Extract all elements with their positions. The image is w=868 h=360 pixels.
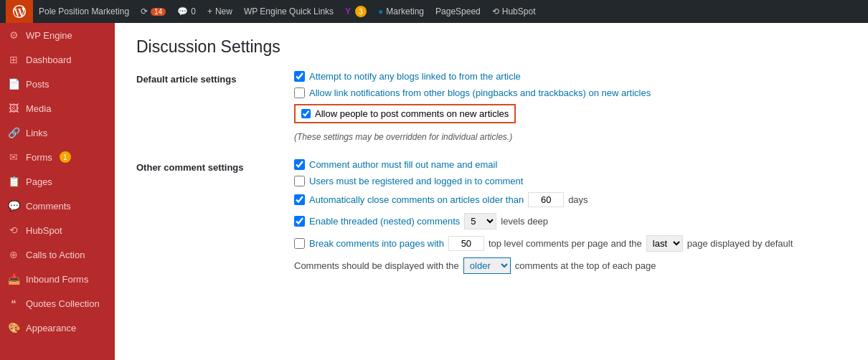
display-order-row: Comments should be displayed with the ol… (294, 257, 846, 274)
checkbox-registered: Users must be registered and logged in t… (294, 176, 846, 186)
page-default-label: page displayed by default (687, 238, 793, 249)
levels-deep-label: levels deep (501, 216, 548, 227)
days-label: days (568, 194, 588, 205)
dashboard-icon: ⊞ (7, 53, 20, 66)
site-name[interactable]: Pole Position Marketing (33, 0, 135, 23)
wordpress-logo[interactable] (6, 0, 33, 23)
main-content: Discussion Settings Default article sett… (115, 23, 868, 360)
checkbox-notify-blogs: Attempt to notify any blogs linked to fr… (294, 71, 846, 82)
sidebar: ⚙ WP Engine ⊞ Dashboard 📄 Posts 🖼 Media … (0, 23, 115, 360)
sidebar-item-posts[interactable]: 📄 Posts (0, 72, 115, 96)
sidebar-item-forms[interactable]: ✉ Forms 1 (0, 145, 115, 169)
sidebar-item-media[interactable]: 🖼 Media (0, 96, 115, 120)
other-comment-section: Other comment settings Comment author mu… (136, 159, 846, 280)
yoast-button[interactable]: Y 3 (339, 0, 372, 23)
sidebar-item-appearance[interactable]: 🎨 Appearance (0, 316, 115, 340)
forms-icon: ✉ (7, 151, 20, 164)
checkbox-allow-comments-row: Allow people to post comments on new art… (294, 104, 516, 123)
comments-button[interactable]: 💬 0 (171, 0, 202, 23)
checkbox-pingbacks-input[interactable] (294, 87, 305, 98)
checkbox-auto-close-label[interactable]: Automatically close comments on articles… (309, 194, 524, 205)
marketing-button[interactable]: ● Marketing (372, 0, 430, 23)
checkbox-pingbacks: Allow link notifications from other blog… (294, 87, 846, 98)
checkbox-author-name-input[interactable] (294, 159, 305, 170)
admin-bar: Pole Position Marketing ⟳ 14 💬 0 + New W… (0, 0, 868, 23)
override-note: (These settings may be overridden for in… (294, 132, 846, 142)
wp-engine-icon: ⚙ (7, 29, 20, 42)
other-comment-label: Other comment settings (136, 159, 280, 280)
sidebar-item-dashboard[interactable]: ⊞ Dashboard (0, 47, 115, 72)
sidebar-item-hubspot[interactable]: ⟲ HubSpot (0, 218, 115, 242)
checkbox-auto-close-input[interactable] (294, 194, 305, 205)
checkbox-pingbacks-label[interactable]: Allow link notifications from other blog… (309, 87, 651, 98)
sidebar-item-calls-to-action[interactable]: ⊕ Calls to Action (0, 242, 115, 267)
checkbox-notify-blogs-label[interactable]: Attempt to notify any blogs linked to fr… (309, 71, 521, 82)
inbound-forms-icon: 📥 (7, 273, 20, 285)
checkbox-allow-comments-label[interactable]: Allow people to post comments on new art… (315, 108, 509, 119)
checkbox-registered-label[interactable]: Users must be registered and logged in t… (309, 176, 523, 186)
posts-icon: 📄 (7, 77, 20, 90)
sidebar-item-links[interactable]: 🔗 Links (0, 120, 115, 145)
other-comment-fields: Comment author must fill out name and em… (294, 159, 846, 280)
sidebar-item-pages[interactable]: 📋 Pages (0, 169, 115, 194)
checkbox-author-name: Comment author must fill out name and em… (294, 159, 846, 170)
hubspot-button[interactable]: ⟲ HubSpot (486, 0, 542, 23)
pagespeed-button[interactable]: PageSpeed (430, 0, 486, 23)
checkbox-registered-input[interactable] (294, 176, 305, 186)
quotes-icon: ❝ (7, 297, 20, 310)
auto-close-days-input[interactable] (528, 192, 564, 207)
updates-button[interactable]: ⟳ 14 (135, 0, 171, 23)
comments-icon: 💬 (7, 199, 20, 212)
sidebar-item-inbound-forms[interactable]: 📥 Inbound Forms (0, 267, 115, 291)
sidebar-item-wp-engine[interactable]: ⚙ WP Engine (0, 23, 115, 47)
media-icon: 🖼 (7, 102, 20, 115)
display-order-suffix: comments at the top of each page (515, 260, 656, 271)
new-content-button[interactable]: + New (202, 0, 238, 23)
checkbox-pages: Break comments into pages with top level… (294, 235, 846, 252)
checkbox-pages-label[interactable]: Break comments into pages with (309, 238, 444, 249)
checkbox-threaded-label[interactable]: Enable threaded (nested) comments (309, 216, 460, 227)
checkbox-notify-blogs-input[interactable] (294, 71, 305, 82)
default-article-fields: Attempt to notify any blogs linked to fr… (294, 71, 846, 145)
appearance-icon: 🎨 (7, 321, 20, 334)
pages-icon: 📋 (7, 175, 20, 188)
default-article-label: Default article settings (136, 71, 280, 145)
sidebar-item-comments[interactable]: 💬 Comments (0, 194, 115, 218)
per-page-label: top level comments per page and the (489, 238, 642, 249)
page-order-select[interactable]: lastfirst (646, 235, 683, 252)
default-article-section: Default article settings Attempt to noti… (136, 71, 846, 145)
display-order-prefix: Comments should be displayed with the (294, 260, 459, 271)
checkbox-threaded: Enable threaded (nested) comments 123456… (294, 213, 846, 229)
calls-to-action-icon: ⊕ (7, 248, 20, 261)
hubspot-icon: ⟲ (7, 224, 20, 237)
checkbox-author-name-label[interactable]: Comment author must fill out name and em… (309, 159, 497, 170)
checkbox-allow-comments-input[interactable] (301, 109, 311, 118)
page-title: Discussion Settings (136, 37, 846, 57)
wp-engine-button[interactable]: WP Engine Quick Links (238, 0, 339, 23)
display-order-select[interactable]: oldernewer (463, 257, 511, 274)
pages-count-input[interactable] (448, 236, 484, 251)
checkbox-pages-input[interactable] (294, 238, 305, 249)
checkbox-threaded-input[interactable] (294, 216, 305, 227)
links-icon: 🔗 (7, 126, 20, 139)
sidebar-item-quotes-collection[interactable]: ❝ Quotes Collection (0, 291, 115, 316)
checkbox-auto-close: Automatically close comments on articles… (294, 192, 846, 207)
threaded-depth-select[interactable]: 12345678910 (464, 213, 496, 229)
